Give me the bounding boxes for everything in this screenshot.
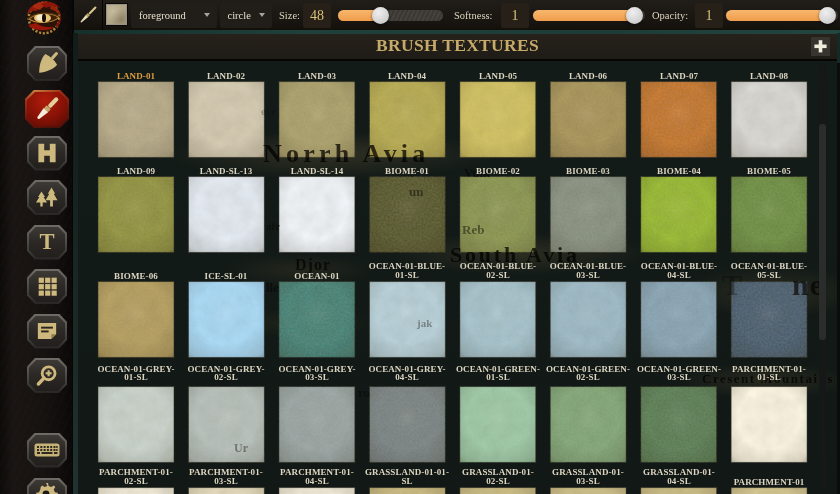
svg-text:T: T — [39, 229, 54, 254]
